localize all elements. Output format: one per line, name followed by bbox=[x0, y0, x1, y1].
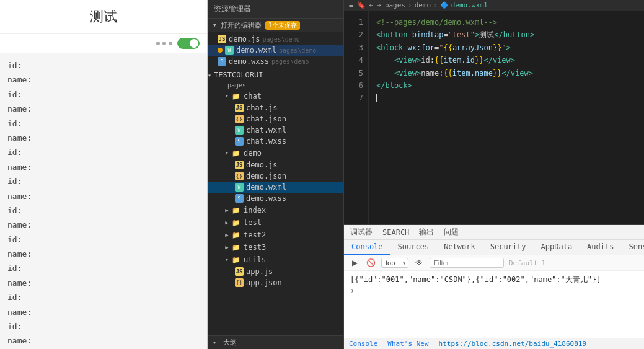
code-line-2: <button bindtap="test">测试</button> bbox=[376, 29, 637, 41]
code-line-5: <view>name:{{item.name}}</view> bbox=[376, 67, 637, 79]
tree-file-chat-wxml[interactable]: W chat.wxml bbox=[208, 125, 343, 136]
code-editor: ≡ 🔖 ← → pages › demo › 🔷 demo.wxml 1 2 3… bbox=[344, 0, 644, 225]
filename-label: demo.wxml bbox=[246, 183, 286, 192]
line-numbers: 1 2 3 4 5 6 7 bbox=[344, 11, 369, 224]
breadcrumb-filename: demo.wxml bbox=[451, 1, 488, 9]
tree-folder-chat[interactable]: ▾ 📁 chat bbox=[208, 90, 343, 102]
preview-item: id: bbox=[7, 290, 200, 304]
filename-label: chat.wxml bbox=[246, 126, 286, 135]
code-line-7 bbox=[376, 92, 637, 104]
status-whats-new-link[interactable]: What's New bbox=[387, 340, 428, 348]
forward-icon[interactable]: → bbox=[377, 1, 381, 9]
folder-icon-demo: 📁 bbox=[231, 148, 241, 158]
tree-file-chat-wxss[interactable]: S chat.wxss bbox=[208, 136, 343, 147]
folder-arrow: ▶ bbox=[223, 232, 231, 238]
filetree-panel: 资源管理器 ▾ 打开的编辑器 1个未保存 JS demo.js pages\de… bbox=[208, 0, 344, 349]
code-area[interactable]: 1 2 3 4 5 6 7 <!--pages/demo/demo.wxml--… bbox=[344, 11, 644, 224]
folder-label: test3 bbox=[244, 243, 266, 252]
preview-item: name: bbox=[7, 247, 200, 261]
code-line-6: </block> bbox=[376, 79, 637, 92]
tree-file-chat-json[interactable]: {} chat.json bbox=[208, 113, 343, 125]
tab-appdata[interactable]: AppData bbox=[534, 240, 580, 255]
devtools-label-output[interactable]: 输出 bbox=[419, 227, 434, 237]
devtools-label-search[interactable]: SEARCH bbox=[382, 228, 409, 237]
json-icon: {} bbox=[235, 115, 244, 123]
right-panel: ≡ 🔖 ← → pages › demo › 🔷 demo.wxml 1 2 3… bbox=[344, 0, 644, 349]
modified-indicator bbox=[218, 48, 223, 53]
filetree-header: 资源管理器 bbox=[208, 0, 343, 19]
tree-file-chat-js[interactable]: JS chat.js bbox=[208, 102, 343, 113]
preview-item: name: bbox=[7, 305, 200, 319]
hamburger-icon[interactable]: ≡ bbox=[349, 1, 353, 9]
js-icon: JS bbox=[235, 267, 244, 276]
tab-security[interactable]: Security bbox=[483, 240, 534, 255]
tab-sources[interactable]: Sources bbox=[390, 240, 437, 255]
filename-label: demo.js bbox=[246, 161, 278, 169]
section-label: TESTCOLORUI bbox=[214, 71, 263, 79]
tree-file-app-js[interactable]: JS app.js bbox=[208, 266, 343, 277]
tree-file-app-json[interactable]: {} app.json bbox=[208, 277, 343, 288]
devtools-label-issue[interactable]: 问题 bbox=[444, 227, 459, 237]
tab-sensor[interactable]: Sensor bbox=[621, 240, 644, 255]
bookmark-icon[interactable]: 🔖 bbox=[357, 1, 366, 9]
folder-arrow: ▶ bbox=[223, 244, 231, 250]
folder-arrow: ▶ bbox=[223, 219, 231, 226]
preview-content: id: name: id: name: id: name: id: name: … bbox=[0, 53, 207, 349]
tree-file-demo-wxss2[interactable]: S demo.wxss bbox=[208, 193, 343, 204]
outline-label: 大纲 bbox=[223, 338, 237, 347]
preview-item: name: bbox=[7, 73, 200, 87]
breadcrumb-pages: pages bbox=[385, 1, 405, 9]
context-select[interactable]: top bbox=[381, 258, 408, 268]
tree-file-demo-wxml-open[interactable]: W demo.wxml pages\demo bbox=[208, 45, 343, 56]
tree-file-demo-wxss-open[interactable]: S demo.wxss pages\demo bbox=[208, 56, 343, 67]
filter-input[interactable] bbox=[430, 258, 504, 268]
tab-audits[interactable]: Audits bbox=[580, 240, 621, 255]
outline-bar[interactable]: ▾ 大纲 bbox=[208, 335, 343, 349]
folder-icon: 📁 bbox=[231, 218, 241, 228]
section-testcolorui[interactable]: ▾ TESTCOLORUI bbox=[208, 69, 343, 81]
tree-folder-demo[interactable]: ▾ 📁 demo bbox=[208, 147, 343, 159]
json-icon: {} bbox=[235, 172, 244, 180]
eye-button[interactable]: 👁 bbox=[413, 257, 425, 268]
wxml-icon: W bbox=[235, 126, 244, 135]
status-console-link[interactable]: Console bbox=[349, 340, 377, 348]
console-expand[interactable]: › bbox=[350, 286, 638, 295]
play-button[interactable]: ▶ bbox=[349, 257, 360, 268]
tree-folder-index[interactable]: ▶ 📁 index bbox=[208, 204, 343, 216]
block-button[interactable]: 🚫 bbox=[365, 257, 376, 268]
tree-file-demo-js2[interactable]: JS demo.js bbox=[208, 159, 343, 170]
back-icon[interactable]: ← bbox=[369, 1, 374, 9]
filename-label: demo.js bbox=[229, 35, 260, 43]
filename-label: chat.js bbox=[246, 104, 278, 112]
tree-body[interactable]: JS demo.js pages\demo W demo.wxml pages\… bbox=[208, 32, 343, 335]
tree-folder-test3[interactable]: ▶ 📁 test3 bbox=[208, 241, 343, 254]
tab-network[interactable]: Network bbox=[436, 240, 483, 255]
dot-3 bbox=[169, 42, 172, 45]
context-select-wrap[interactable]: top bbox=[381, 258, 408, 268]
tree-folder-utils[interactable]: ▾ 📁 utils bbox=[208, 254, 343, 266]
preview-item: id: bbox=[7, 174, 200, 188]
preview-panel: 测试 id: name: id: name: id: name: id: nam… bbox=[0, 0, 208, 349]
folder-arrow: ▶ bbox=[223, 207, 231, 213]
tree-file-demo-js[interactable]: JS demo.js pages\demo bbox=[208, 33, 343, 45]
preview-item: name: bbox=[7, 102, 200, 116]
js-icon: JS bbox=[235, 104, 244, 112]
outline-arrow: ▾ bbox=[213, 339, 216, 346]
preview-toggle[interactable] bbox=[177, 38, 200, 49]
tree-folder-test2[interactable]: ▶ 📁 test2 bbox=[208, 229, 343, 241]
tree-folder-test[interactable]: ▶ 📁 test bbox=[208, 216, 343, 229]
preview-item: id: bbox=[7, 203, 200, 218]
code-content[interactable]: <!--pages/demo/demo.wxml--> <button bind… bbox=[369, 11, 644, 224]
tree-item-pages-hint[interactable]: — pages bbox=[208, 81, 343, 90]
code-line-1: <!--pages/demo/demo.wxml--> bbox=[376, 16, 637, 29]
preview-item: id: bbox=[7, 87, 200, 102]
wxss-icon: S bbox=[235, 137, 244, 146]
tab-console[interactable]: Console bbox=[344, 240, 390, 255]
folder-label: utils bbox=[244, 255, 266, 264]
devtools-label-debugger[interactable]: 调试器 bbox=[350, 227, 373, 237]
tree-file-demo-wxml[interactable]: W demo.wxml bbox=[208, 182, 343, 193]
tree-file-demo-json[interactable]: {} demo.json bbox=[208, 170, 343, 182]
folder-icon: 📁 bbox=[231, 230, 241, 240]
code-line-4: <view>id:{{item.id}}</view> bbox=[376, 54, 637, 66]
preview-item: id: bbox=[7, 145, 200, 159]
